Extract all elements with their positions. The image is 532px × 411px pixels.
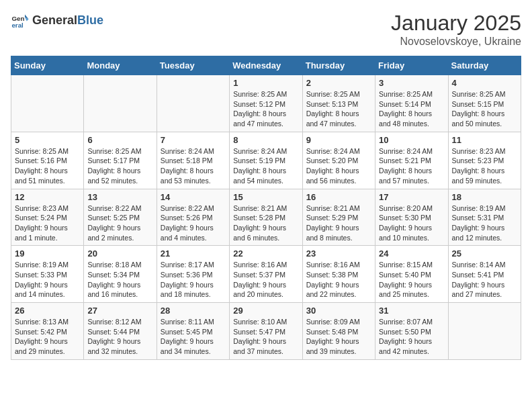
day-info: Sunrise: 8:15 AM Sunset: 5:40 PM Dayligh… [379, 260, 444, 300]
day-number: 12 [15, 192, 80, 202]
day-number: 13 [87, 192, 152, 202]
day-number: 16 [306, 192, 371, 202]
calendar-cell: 18Sunrise: 8:19 AM Sunset: 5:31 PM Dayli… [448, 189, 521, 246]
logo-text-general: General [32, 13, 77, 28]
day-info: Sunrise: 8:24 AM Sunset: 5:20 PM Dayligh… [306, 146, 371, 186]
calendar-cell: 27Sunrise: 8:12 AM Sunset: 5:44 PM Dayli… [84, 303, 157, 360]
calendar-cell: 11Sunrise: 8:23 AM Sunset: 5:23 PM Dayli… [448, 132, 521, 189]
calendar-cell [11, 75, 84, 132]
calendar-cell: 14Sunrise: 8:22 AM Sunset: 5:26 PM Dayli… [157, 189, 229, 246]
day-number: 3 [379, 78, 444, 88]
calendar-cell: 6Sunrise: 8:25 AM Sunset: 5:17 PM Daylig… [84, 132, 157, 189]
day-number: 15 [233, 192, 298, 202]
day-number: 29 [233, 306, 298, 316]
weekday-header: Saturday [448, 56, 521, 75]
day-number: 20 [87, 248, 152, 259]
day-number: 11 [452, 135, 517, 145]
calendar-cell [448, 303, 521, 360]
calendar-cell: 12Sunrise: 8:23 AM Sunset: 5:24 PM Dayli… [11, 189, 84, 246]
calendar-cell: 8Sunrise: 8:24 AM Sunset: 5:19 PM Daylig… [230, 132, 302, 189]
day-number: 6 [87, 135, 152, 145]
calendar-week-row: 1Sunrise: 8:25 AM Sunset: 5:12 PM Daylig… [11, 75, 521, 132]
day-number: 22 [233, 248, 298, 259]
day-info: Sunrise: 8:19 AM Sunset: 5:31 PM Dayligh… [452, 203, 517, 243]
day-info: Sunrise: 8:24 AM Sunset: 5:21 PM Dayligh… [379, 146, 444, 186]
calendar-cell: 2Sunrise: 8:25 AM Sunset: 5:13 PM Daylig… [302, 75, 375, 132]
day-number: 7 [161, 135, 226, 145]
day-info: Sunrise: 8:20 AM Sunset: 5:30 PM Dayligh… [379, 203, 444, 243]
day-number: 27 [87, 306, 152, 316]
calendar-cell: 4Sunrise: 8:25 AM Sunset: 5:15 PM Daylig… [448, 75, 521, 132]
day-number: 19 [15, 248, 80, 259]
day-info: Sunrise: 8:21 AM Sunset: 5:28 PM Dayligh… [233, 203, 298, 243]
calendar-cell: 26Sunrise: 8:13 AM Sunset: 5:42 PM Dayli… [11, 303, 84, 360]
calendar-cell: 20Sunrise: 8:18 AM Sunset: 5:34 PM Dayli… [84, 246, 157, 303]
day-number: 17 [379, 192, 444, 202]
day-info: Sunrise: 8:10 AM Sunset: 5:47 PM Dayligh… [233, 317, 298, 357]
day-number: 18 [452, 192, 517, 202]
calendar-header-row: SundayMondayTuesdayWednesdayThursdayFrid… [11, 56, 521, 75]
calendar-cell: 21Sunrise: 8:17 AM Sunset: 5:36 PM Dayli… [157, 246, 229, 303]
weekday-header: Wednesday [230, 56, 302, 75]
day-info: Sunrise: 8:12 AM Sunset: 5:44 PM Dayligh… [87, 317, 152, 357]
day-info: Sunrise: 8:25 AM Sunset: 5:14 PM Dayligh… [379, 89, 444, 129]
day-number: 25 [452, 248, 517, 259]
main-title: January 2025 [391, 11, 521, 36]
day-info: Sunrise: 8:14 AM Sunset: 5:41 PM Dayligh… [452, 260, 517, 300]
calendar-week-row: 12Sunrise: 8:23 AM Sunset: 5:24 PM Dayli… [11, 189, 521, 246]
day-number: 31 [379, 306, 444, 316]
day-number: 26 [15, 306, 80, 316]
logo: Gen eral GeneralBlue [11, 11, 103, 30]
day-info: Sunrise: 8:25 AM Sunset: 5:17 PM Dayligh… [87, 146, 152, 186]
sub-title: Novoselovskoye, Ukraine [391, 36, 521, 48]
day-number: 9 [306, 135, 371, 145]
title-block: January 2025 Novoselovskoye, Ukraine [391, 11, 521, 48]
day-info: Sunrise: 8:25 AM Sunset: 5:16 PM Dayligh… [15, 146, 80, 186]
day-info: Sunrise: 8:16 AM Sunset: 5:37 PM Dayligh… [233, 260, 298, 300]
calendar-cell: 22Sunrise: 8:16 AM Sunset: 5:37 PM Dayli… [230, 246, 302, 303]
day-number: 23 [306, 248, 371, 259]
day-info: Sunrise: 8:24 AM Sunset: 5:18 PM Dayligh… [161, 146, 226, 186]
logo-text-blue: Blue [77, 13, 103, 28]
day-number: 24 [379, 248, 444, 259]
calendar-week-row: 19Sunrise: 8:19 AM Sunset: 5:33 PM Dayli… [11, 246, 521, 303]
calendar-cell [157, 75, 229, 132]
calendar-cell: 28Sunrise: 8:11 AM Sunset: 5:45 PM Dayli… [157, 303, 229, 360]
day-info: Sunrise: 8:25 AM Sunset: 5:12 PM Dayligh… [233, 89, 298, 129]
weekday-header: Monday [84, 56, 157, 75]
day-info: Sunrise: 8:23 AM Sunset: 5:23 PM Dayligh… [452, 146, 517, 186]
calendar-cell: 31Sunrise: 8:07 AM Sunset: 5:50 PM Dayli… [375, 303, 448, 360]
day-info: Sunrise: 8:21 AM Sunset: 5:29 PM Dayligh… [306, 203, 371, 243]
day-info: Sunrise: 8:24 AM Sunset: 5:19 PM Dayligh… [233, 146, 298, 186]
day-number: 28 [161, 306, 226, 316]
day-number: 8 [233, 135, 298, 145]
day-info: Sunrise: 8:19 AM Sunset: 5:33 PM Dayligh… [15, 260, 80, 300]
calendar-cell [84, 75, 157, 132]
weekday-header: Tuesday [157, 56, 229, 75]
weekday-header: Sunday [11, 56, 84, 75]
calendar-cell: 23Sunrise: 8:16 AM Sunset: 5:38 PM Dayli… [302, 246, 375, 303]
calendar-cell: 29Sunrise: 8:10 AM Sunset: 5:47 PM Dayli… [230, 303, 302, 360]
svg-text:eral: eral [11, 21, 24, 29]
day-number: 5 [15, 135, 80, 145]
day-info: Sunrise: 8:18 AM Sunset: 5:34 PM Dayligh… [87, 260, 152, 300]
day-number: 10 [379, 135, 444, 145]
calendar-cell: 1Sunrise: 8:25 AM Sunset: 5:12 PM Daylig… [230, 75, 302, 132]
day-info: Sunrise: 8:07 AM Sunset: 5:50 PM Dayligh… [379, 317, 444, 357]
day-info: Sunrise: 8:22 AM Sunset: 5:26 PM Dayligh… [161, 203, 226, 243]
calendar-cell: 9Sunrise: 8:24 AM Sunset: 5:20 PM Daylig… [302, 132, 375, 189]
calendar-cell: 15Sunrise: 8:21 AM Sunset: 5:28 PM Dayli… [230, 189, 302, 246]
calendar-cell: 10Sunrise: 8:24 AM Sunset: 5:21 PM Dayli… [375, 132, 448, 189]
day-number: 30 [306, 306, 371, 316]
weekday-header: Thursday [302, 56, 375, 75]
calendar-cell: 5Sunrise: 8:25 AM Sunset: 5:16 PM Daylig… [11, 132, 84, 189]
day-info: Sunrise: 8:25 AM Sunset: 5:13 PM Dayligh… [306, 89, 371, 129]
day-info: Sunrise: 8:17 AM Sunset: 5:36 PM Dayligh… [161, 260, 226, 300]
day-info: Sunrise: 8:16 AM Sunset: 5:38 PM Dayligh… [306, 260, 371, 300]
page-header: Gen eral GeneralBlue January 2025 Novose… [11, 11, 521, 48]
day-number: 21 [161, 248, 226, 259]
calendar-cell: 13Sunrise: 8:22 AM Sunset: 5:25 PM Dayli… [84, 189, 157, 246]
calendar-cell: 7Sunrise: 8:24 AM Sunset: 5:18 PM Daylig… [157, 132, 229, 189]
calendar-cell: 24Sunrise: 8:15 AM Sunset: 5:40 PM Dayli… [375, 246, 448, 303]
calendar-table: SundayMondayTuesdayWednesdayThursdayFrid… [11, 56, 521, 360]
